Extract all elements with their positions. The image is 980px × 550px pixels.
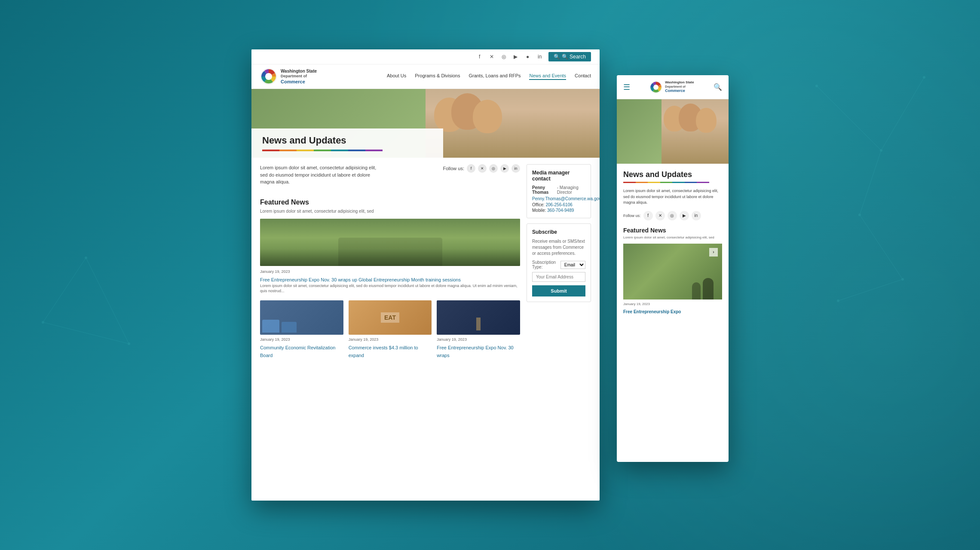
- mobile-browser: ☰ Washington State Department of Comm: [617, 75, 729, 462]
- contact-role: - Managing Director: [557, 185, 585, 195]
- color-divider: [262, 150, 383, 151]
- contact-name: Penny Thomas: [532, 185, 555, 195]
- contact-mobile: Mobile: 360-704-9489: [532, 208, 585, 213]
- media-contact-card: Media manager contact Penny Thomas - Man…: [527, 164, 591, 218]
- grid-news-date-1: January 19, 2023: [260, 337, 343, 342]
- youtube-icon[interactable]: ▶: [512, 53, 519, 60]
- mobile-image-arrow: ›: [709, 248, 718, 257]
- submit-button[interactable]: Submit: [532, 285, 585, 296]
- mobile-color-divider: [623, 182, 709, 183]
- featured-news-subtitle: Lorem ipsum dolor sit amet, consectetur …: [260, 209, 520, 214]
- instagram-follow-icon[interactable]: ◎: [489, 164, 498, 173]
- nav-news[interactable]: News and Events: [529, 73, 566, 80]
- mobile-intro-paragraph: Lorem ipsum dolor sit amet, consectetur …: [623, 188, 722, 206]
- subscribe-card: Subscribe Receive emails or SMS/text mes…: [527, 223, 591, 302]
- mobile-phone[interactable]: 360-704-9489: [547, 208, 574, 213]
- mobile-youtube-icon[interactable]: ▶: [680, 211, 689, 220]
- grid-news-image-2: EAT: [349, 300, 432, 335]
- mobile-logo-text-block: Washington State Department of Commerce: [665, 80, 694, 94]
- grid-news-link-2[interactable]: Commerce invests $4.3 million to expand: [349, 345, 418, 358]
- search-label: 🔍 Search: [562, 54, 586, 60]
- grid-news-link-3[interactable]: Free Entrepreneurship Expo Nov. 30 wraps: [437, 345, 513, 358]
- intro-paragraph: Lorem ipsum dolor sit amet, consectetur …: [260, 164, 380, 186]
- grid-news-link-1[interactable]: Community Economic Revitalization Board: [260, 345, 335, 358]
- site-logo[interactable]: Washington State Department of Commerce: [260, 68, 317, 85]
- mobile-hero-section: [617, 99, 729, 164]
- facebook-icon[interactable]: f: [476, 53, 483, 60]
- grid-news-date-3: January 19, 2023: [437, 337, 520, 342]
- nav-links-list: About Us Programs & Divisions Grants, Lo…: [387, 73, 591, 80]
- mobile-commerce-logo-icon: [649, 81, 662, 94]
- hero-image-section: News and Updates: [251, 89, 600, 158]
- mobile-featured-news-title: Featured News: [623, 227, 722, 234]
- twitter-x-icon[interactable]: ✕: [488, 53, 495, 60]
- page-content-wrapper: Lorem ipsum dolor sit amet, consectetur …: [251, 158, 600, 366]
- follow-us-section: Follow us: f ✕ ◎ ▶ in: [443, 164, 520, 173]
- mobile-twitter-icon[interactable]: ✕: [655, 211, 665, 220]
- mobile-follow-label: Follow us:: [623, 214, 641, 218]
- grid-news-image-1: [260, 300, 343, 335]
- instagram-icon[interactable]: ◎: [500, 53, 507, 60]
- commerce-logo-icon: [260, 68, 277, 85]
- nav-contact[interactable]: Contact: [575, 73, 591, 80]
- page-title: News and Updates: [262, 135, 432, 146]
- mobile-facebook-icon[interactable]: f: [643, 211, 653, 220]
- subscription-type-row: Subscription Type: Email: [532, 260, 585, 269]
- sidebar-area: Media manager contact Penny Thomas - Man…: [527, 164, 591, 359]
- intro-section: Lorem ipsum dolor sit amet, consectetur …: [260, 164, 520, 192]
- linkedin-icon[interactable]: in: [536, 53, 543, 60]
- mobile-hero-image: [662, 99, 729, 164]
- search-icon: 🔍: [554, 54, 560, 60]
- featured-news-date: January 19, 2023: [260, 269, 520, 274]
- mobile-news-date: January 19, 2023: [623, 302, 722, 306]
- hamburger-menu-icon[interactable]: ☰: [623, 82, 630, 92]
- follow-label: Follow us:: [443, 166, 464, 171]
- flickr-icon[interactable]: ●: [524, 53, 531, 60]
- mobile-instagram-icon[interactable]: ◎: [668, 211, 677, 220]
- mobile-featured-news-subtitle: Lorem ipsum dolor sit amet, consectetur …: [623, 235, 722, 239]
- email-input[interactable]: [532, 272, 585, 282]
- twitter-follow-icon[interactable]: ✕: [478, 164, 487, 173]
- contact-name-role: Penny Thomas - Managing Director: [532, 185, 585, 195]
- hero-image: [426, 89, 600, 158]
- media-contact-title: Media manager contact: [532, 170, 585, 182]
- grid-news-item-1: January 19, 2023 Community Economic Revi…: [260, 300, 343, 359]
- desktop-browser: f ✕ ◎ ▶ ● in 🔍 🔍 Search: [251, 49, 600, 501]
- featured-news-image: [260, 219, 520, 266]
- featured-news-title: Featured News: [260, 199, 520, 206]
- mobile-content-area: News and Updates Lorem ipsum dolor sit a…: [617, 164, 729, 321]
- featured-news-link[interactable]: Free Entrepreneurship Expo Nov. 30 wraps…: [260, 277, 461, 282]
- grid-news-date-2: January 19, 2023: [349, 337, 432, 342]
- linkedin-follow-icon[interactable]: in: [511, 164, 520, 173]
- subscribe-title: Subscribe: [532, 229, 585, 235]
- contact-office: Office: 206-256-6106: [532, 202, 585, 207]
- logo-text-block: Washington State Department of Commerce: [281, 68, 317, 85]
- mobile-site-logo[interactable]: Washington State Department of Commerce: [649, 80, 694, 94]
- main-navigation: Washington State Department of Commerce …: [251, 64, 600, 89]
- mobile-featured-image: ›: [623, 244, 722, 299]
- nav-about[interactable]: About Us: [387, 73, 406, 80]
- mobile-follow-section: Follow us: f ✕ ◎ ▶ in: [623, 211, 722, 220]
- top-social-bar: f ✕ ◎ ▶ ● in 🔍 🔍 Search: [251, 49, 600, 64]
- mobile-search-icon[interactable]: 🔍: [714, 83, 722, 91]
- mobile-linkedin-icon[interactable]: in: [692, 211, 701, 220]
- search-button[interactable]: 🔍 🔍 Search: [548, 52, 591, 61]
- mobile-label: Mobile:: [532, 208, 546, 213]
- news-grid: January 19, 2023 Community Economic Revi…: [260, 300, 520, 359]
- grid-news-item-3: January 19, 2023 Free Entrepreneurship E…: [437, 300, 520, 359]
- contact-email-link[interactable]: Penny.Thomas@Commerce.wa.gov: [532, 196, 585, 201]
- grid-news-image-3: [437, 300, 520, 335]
- mobile-news-link[interactable]: Free Entrepreneurship Expo: [623, 309, 681, 314]
- facebook-follow-icon[interactable]: f: [467, 164, 475, 173]
- nav-programs[interactable]: Programs & Divisions: [415, 73, 460, 80]
- mobile-page-title: News and Updates: [623, 170, 722, 179]
- subscription-type-label: Subscription Type:: [532, 260, 560, 269]
- main-content-area: Lorem ipsum dolor sit amet, consectetur …: [260, 164, 520, 359]
- subscription-type-select[interactable]: Email: [560, 261, 585, 269]
- grid-news-item-2: EAT January 19, 2023 Commerce invests $4…: [349, 300, 432, 359]
- office-label: Office:: [532, 202, 545, 207]
- nav-grants[interactable]: Grants, Loans and RFPs: [469, 73, 521, 80]
- youtube-follow-icon[interactable]: ▶: [500, 164, 509, 173]
- featured-news-excerpt: Lorem ipsum dolor sit amet, consectetur …: [260, 283, 520, 294]
- office-phone[interactable]: 206-256-6106: [546, 202, 573, 207]
